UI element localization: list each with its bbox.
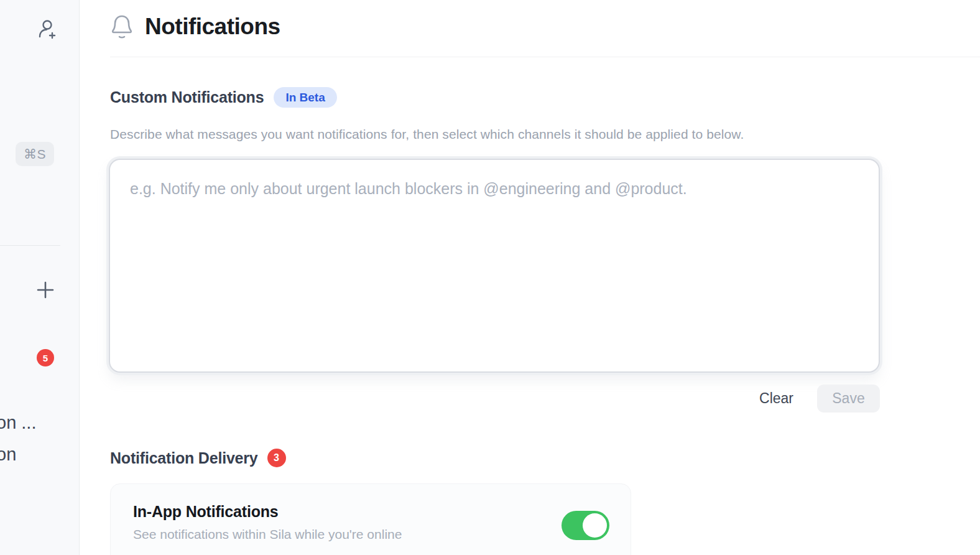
sidebar-truncated-item[interactable]: on ... <box>0 413 37 433</box>
add-user-icon[interactable] <box>34 17 58 41</box>
bell-icon <box>110 14 134 41</box>
page-header: Notifications <box>110 12 280 41</box>
custom-notification-input[interactable] <box>109 159 880 373</box>
delivery-item-text: In-App Notifications See notifications w… <box>133 503 402 542</box>
delivery-count-badge: 3 <box>267 449 286 467</box>
notification-delivery-title: Notification Delivery <box>110 449 258 467</box>
delivery-item-description: See notifications within Sila while you'… <box>133 527 402 542</box>
header-divider <box>110 57 980 57</box>
save-button[interactable]: Save <box>817 385 880 413</box>
custom-notifications-title: Custom Notifications <box>110 88 264 106</box>
in-app-notifications-toggle[interactable] <box>562 511 609 540</box>
add-plus-icon[interactable] <box>36 281 55 299</box>
sidebar-divider <box>0 245 60 246</box>
page-title: Notifications <box>145 14 280 40</box>
shortcut-badge: ⌘S <box>16 142 54 166</box>
in-beta-badge: In Beta <box>274 87 336 108</box>
custom-notifications-heading: Custom Notifications In Beta <box>110 87 337 108</box>
notification-delivery-heading: Notification Delivery 3 <box>110 449 286 467</box>
textarea-actions: Clear Save <box>109 385 880 413</box>
toggle-knob <box>583 513 607 538</box>
sidebar-truncated-item[interactable]: on <box>0 444 16 465</box>
custom-notifications-description: Describe what messages you want notifica… <box>110 127 744 142</box>
sidebar: ⌘S 5 on ... on <box>0 0 80 555</box>
clear-button[interactable]: Clear <box>759 390 793 407</box>
unread-count-badge: 5 <box>37 349 54 366</box>
delivery-item-title: In-App Notifications <box>133 503 402 521</box>
delivery-item-card: In-App Notifications See notifications w… <box>110 483 631 555</box>
notifications-settings-page: Notifications Custom Notifications In Be… <box>80 0 980 555</box>
